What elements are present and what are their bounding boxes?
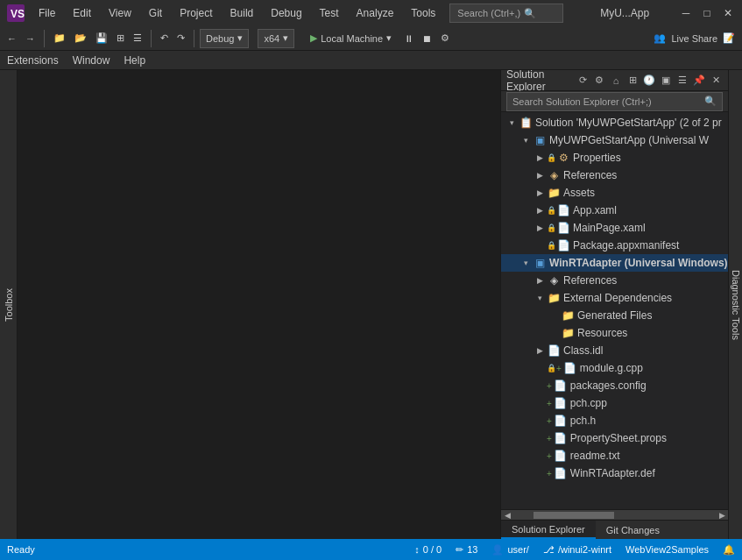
- se-pin-button[interactable]: 📌: [692, 74, 706, 88]
- tree-node-appxaml[interactable]: ▶ 🔒 📄 App.xaml: [501, 202, 728, 219]
- scroll-right-button[interactable]: ▶: [716, 511, 728, 520]
- mainpage-icon: 📄: [556, 221, 570, 235]
- search-icon: 🔍: [524, 8, 536, 19]
- open-button[interactable]: 📂: [71, 31, 90, 46]
- back-button[interactable]: ←: [4, 32, 20, 46]
- expand-icon-winrt[interactable]: ▾: [519, 256, 533, 270]
- maximize-button[interactable]: □: [700, 6, 714, 20]
- layout-button[interactable]: ⊞: [113, 31, 128, 46]
- extensions-menu[interactable]: Extensions: [7, 54, 59, 67]
- live-share-icon[interactable]: 👥: [650, 31, 669, 46]
- tree-node-propsheet[interactable]: ▶ + 📄 PropertySheet.props: [501, 429, 728, 447]
- minimize-button[interactable]: ─: [679, 6, 693, 20]
- se-search-box[interactable]: Search Solution Explorer (Ctrl+;) 🔍: [506, 92, 723, 111]
- user-label: user/: [507, 544, 528, 555]
- se-clock-button[interactable]: 🕐: [642, 74, 656, 88]
- tree-node-winrtadapter[interactable]: ▾ ▣ WinRTAdapter (Universal Windows): [501, 254, 728, 272]
- tree-node-pchh[interactable]: ▶ + 📄 pch.h: [501, 412, 728, 429]
- expand-icon-extdeps[interactable]: ▾: [533, 291, 547, 305]
- tree-node-properties[interactable]: ▶ 🔒 ⚙ Properties: [501, 149, 728, 167]
- project1-label: MyUWPGetStartApp (Universal W: [549, 134, 728, 146]
- menu-file[interactable]: File: [32, 5, 62, 21]
- platform-dropdown[interactable]: x64 ▾: [258, 29, 294, 48]
- errors-value: 13: [467, 544, 477, 555]
- winrtadapter-icon: ▣: [533, 256, 547, 270]
- window-menu[interactable]: Window: [73, 54, 110, 67]
- se-close-button[interactable]: ✕: [709, 74, 723, 88]
- menu-project[interactable]: Project: [173, 5, 219, 21]
- tab-git-changes[interactable]: Git Changes: [596, 521, 670, 539]
- tree-node-project1[interactable]: ▾ ▣ MyUWPGetStartApp (Universal W: [501, 131, 728, 149]
- tree-node-package[interactable]: ▶ 🔒 📄 Package.appxmanifest: [501, 237, 728, 254]
- expand-icon-project1[interactable]: ▾: [519, 133, 533, 147]
- save-button[interactable]: 💾: [92, 31, 111, 46]
- references1-icon: ◈: [547, 168, 561, 182]
- propsheet-label: PropertySheet.props: [570, 432, 728, 444]
- view-button[interactable]: ☰: [130, 31, 145, 46]
- close-button[interactable]: ✕: [721, 6, 735, 20]
- expand-icon-solution[interactable]: ▾: [505, 116, 519, 130]
- run-button[interactable]: ▶ Local Machine ▾: [303, 31, 399, 46]
- menu-edit[interactable]: Edit: [66, 5, 98, 21]
- scroll-left-button[interactable]: ◀: [501, 511, 513, 520]
- tree-node-genfiles[interactable]: ▶ 📁 Generated Files: [501, 307, 728, 324]
- tree-node-references1[interactable]: ▶ ◈ References: [501, 167, 728, 184]
- se-sync-button[interactable]: ⟳: [576, 74, 590, 88]
- expand-icon-refs2[interactable]: ▶: [533, 273, 547, 287]
- se-list-button[interactable]: ☰: [675, 74, 689, 88]
- tree-node-packagesconfig[interactable]: ▶ + 📄 packages.config: [501, 377, 728, 394]
- se-scrollbar[interactable]: ◀ ▶: [501, 509, 728, 520]
- forward-button[interactable]: →: [22, 32, 39, 46]
- status-branch[interactable]: ⎇ /winui2-winrt: [543, 544, 611, 556]
- tree-node-winrtdef[interactable]: ▶ + 📄 WinRTAdapter.def: [501, 464, 728, 482]
- tree-node-readme[interactable]: ▶ + 📄 readme.txt: [501, 447, 728, 464]
- tree-node-solution[interactable]: ▾ 📋 Solution 'MyUWPGetStartApp' (2 of 2 …: [501, 114, 728, 131]
- menu-analyze[interactable]: Analyze: [350, 5, 401, 21]
- se-home-button[interactable]: ⌂: [609, 74, 623, 88]
- debug-config-dropdown[interactable]: Debug ▾: [200, 29, 249, 48]
- status-errors[interactable]: ✏ 13: [456, 544, 477, 556]
- tree-node-modulegcpp[interactable]: ▶ 🔒 + 📄 module.g.cpp: [501, 359, 728, 377]
- toolbox-panel[interactable]: Toolbox: [0, 70, 18, 539]
- tree-node-assets[interactable]: ▶ 📁 Assets: [501, 184, 728, 202]
- tree-node-extdeps[interactable]: ▾ 📁 External Dependencies: [501, 289, 728, 307]
- title-search-box[interactable]: Search (Ctrl+,) 🔍: [449, 4, 563, 23]
- toolbox-label: Toolbox: [4, 288, 14, 322]
- expand-icon-properties[interactable]: ▶: [533, 151, 547, 165]
- pause-button[interactable]: ⏸: [400, 32, 417, 46]
- menu-debug[interactable]: Debug: [264, 5, 308, 21]
- menu-git[interactable]: Git: [142, 5, 169, 21]
- expand-icon-refs1[interactable]: ▶: [533, 168, 547, 182]
- menu-view[interactable]: View: [102, 5, 138, 21]
- expand-icon-appxaml[interactable]: ▶: [533, 203, 547, 217]
- expand-icon-assets[interactable]: ▶: [533, 186, 547, 200]
- se-settings-button[interactable]: ⚙: [592, 74, 606, 88]
- tab-solution-explorer[interactable]: Solution Explorer: [501, 521, 596, 539]
- tree-node-classidl[interactable]: ▶ 📄 Class.idl: [501, 342, 728, 359]
- stop-button[interactable]: ⏹: [419, 32, 435, 46]
- chevron-down-icon: ▾: [237, 32, 243, 44]
- se-filter-button[interactable]: ⊞: [625, 74, 640, 88]
- tree-node-pchcpp[interactable]: ▶ + 📄 pch.cpp: [501, 394, 728, 412]
- se-layout-button[interactable]: ▣: [659, 74, 673, 88]
- feedback-button[interactable]: 📝: [719, 31, 738, 46]
- expand-icon-mainpage[interactable]: ▶: [533, 221, 547, 235]
- new-project-button[interactable]: 📁: [50, 31, 69, 46]
- tree-node-mainpage[interactable]: ▶ 🔒 📄 MainPage.xaml: [501, 219, 728, 237]
- undo-button[interactable]: ↶: [157, 31, 172, 46]
- tree-node-resources[interactable]: ▶ 📁 Resources: [501, 324, 728, 342]
- redo-button[interactable]: ↷: [173, 31, 188, 46]
- help-menu[interactable]: Help: [124, 54, 145, 67]
- window-title: MyU...App: [570, 7, 679, 19]
- settings-button[interactable]: ⚙: [437, 31, 453, 46]
- menu-build[interactable]: Build: [223, 5, 261, 21]
- status-lines[interactable]: ↕ 0 / 0: [414, 544, 442, 555]
- menu-tools[interactable]: Tools: [404, 5, 442, 21]
- status-user[interactable]: 👤 user/: [491, 544, 528, 556]
- menu-test[interactable]: Test: [313, 5, 346, 21]
- tree-node-references2[interactable]: ▶ ◈ References: [501, 272, 728, 289]
- status-notifications[interactable]: 🔔: [723, 544, 735, 556]
- diagnostic-panel[interactable]: Diagnostic Tools: [728, 70, 742, 539]
- status-repo[interactable]: WebView2Samples: [625, 544, 709, 555]
- expand-icon-classidl[interactable]: ▶: [533, 344, 547, 358]
